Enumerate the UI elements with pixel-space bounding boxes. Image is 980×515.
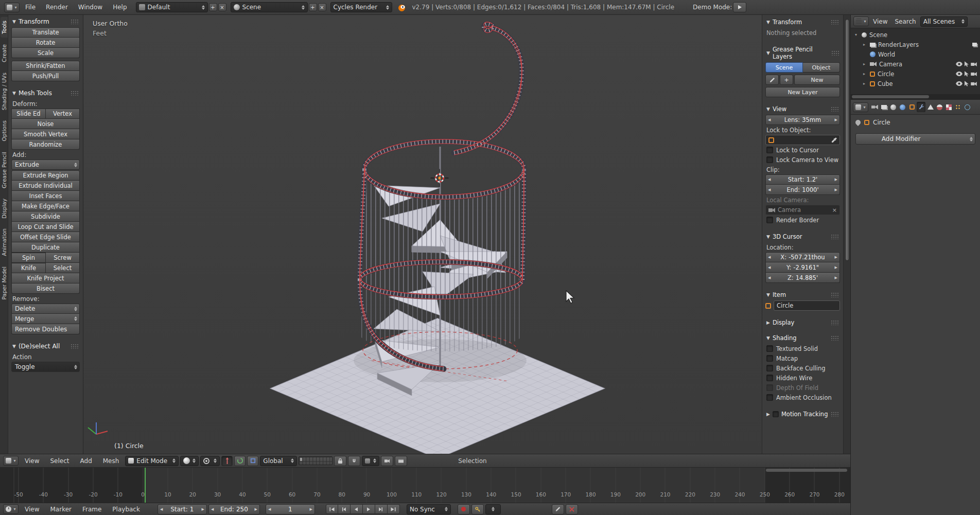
panel-drag-icon[interactable]: [831, 20, 839, 25]
panel-drag-icon[interactable]: [831, 234, 839, 239]
clip-start-field[interactable]: ◀ Start: 1.2' ▶: [765, 174, 840, 185]
menu-render[interactable]: Render: [41, 2, 73, 12]
clip-end-field[interactable]: ◀ End: 1000' ▶: [765, 185, 840, 195]
v3d-menu-select[interactable]: Select: [45, 456, 74, 466]
eyedropper-icon[interactable]: [831, 137, 837, 143]
eye-icon[interactable]: [956, 62, 962, 66]
subdivide-button[interactable]: Subdivide: [11, 211, 80, 222]
menu-help[interactable]: Help: [108, 2, 131, 12]
add-modifier-button[interactable]: Add Modifier: [855, 133, 975, 145]
randomize-button[interactable]: Randomize: [11, 139, 80, 150]
render-border-row[interactable]: Render Border: [765, 215, 840, 225]
deselect-panel-header[interactable]: ▼ (De)select All: [11, 340, 80, 352]
disclosure-icon[interactable]: ▾: [855, 32, 859, 37]
checkbox[interactable]: [766, 375, 773, 381]
frame-start-field[interactable]: ◀ Start: 1 ▶: [157, 504, 207, 514]
cursor-z-field[interactable]: ◀ Z: 14.885' ▶: [765, 273, 840, 283]
screen-layout-selector[interactable]: Default: [136, 2, 208, 12]
panel-drag-icon[interactable]: [831, 292, 839, 297]
gp-object-toggle[interactable]: Object: [803, 62, 840, 73]
outliner-menu-search[interactable]: Search: [891, 16, 919, 27]
lock-camera-row[interactable]: Lock Camera to View: [765, 155, 840, 165]
knife-select-button[interactable]: Select: [46, 263, 80, 273]
jump-next-keyframe-button[interactable]: [375, 504, 388, 514]
backface-culling-row[interactable]: Backface Culling: [765, 363, 840, 373]
local-camera-field[interactable]: Camera ×: [765, 205, 840, 215]
tl-menu-frame[interactable]: Frame: [78, 504, 106, 514]
tab-modifiers[interactable]: [917, 102, 925, 112]
delete-keyframe-button[interactable]: [566, 504, 578, 514]
lens-field[interactable]: ◀ Lens: 35mm ▶: [765, 115, 840, 125]
tab-object[interactable]: [907, 102, 916, 112]
np-motion-tracking-header[interactable]: ▶ Motion Tracking: [765, 408, 840, 420]
textured-solid-row[interactable]: Textured Solid: [765, 344, 840, 353]
delete-menu[interactable]: Delete: [11, 304, 80, 314]
outliner-menu-view[interactable]: View: [870, 16, 890, 27]
disclosure-icon[interactable]: ▸: [863, 62, 867, 66]
panel-drag-icon[interactable]: [831, 50, 839, 56]
add-layout-button[interactable]: +: [209, 3, 217, 11]
extrude-individual-button[interactable]: Extrude Individual: [11, 181, 80, 191]
scene-selector[interactable]: Scene: [231, 2, 308, 12]
n-panel-scrollbar[interactable]: [843, 15, 850, 454]
disclosure-icon[interactable]: ▸: [863, 81, 867, 86]
manipulator-rotate-button[interactable]: [234, 456, 246, 466]
checkbox[interactable]: [766, 217, 773, 223]
screw-button[interactable]: Screw: [46, 253, 80, 263]
inset-faces-button[interactable]: Inset Faces: [11, 191, 80, 201]
mode-selector[interactable]: Edit Mode: [125, 456, 179, 466]
tab-display[interactable]: Display: [1, 195, 8, 222]
tab-material[interactable]: [935, 102, 944, 112]
current-frame-field[interactable]: ◀ 1 ▶: [266, 504, 315, 514]
lock-button[interactable]: [334, 456, 346, 466]
layers-widget[interactable]: [299, 456, 332, 465]
slide-vertex-button[interactable]: Vertex: [46, 109, 80, 119]
renderlayer-icon[interactable]: [972, 43, 977, 46]
lock-object-field[interactable]: [765, 135, 840, 145]
gp-add-button[interactable]: +: [780, 75, 793, 85]
hidden-wire-row[interactable]: Hidden Wire: [765, 373, 840, 383]
panel-drag-icon[interactable]: [831, 320, 839, 325]
make-edge-face-button[interactable]: Make Edge/Face: [11, 201, 80, 211]
remove-doubles-button[interactable]: Remove Doubles: [11, 324, 80, 334]
tab-tools[interactable]: Tools: [1, 17, 8, 38]
editor-type-info-button[interactable]: ▾: [4, 3, 20, 12]
extrude-menu[interactable]: Extrude: [11, 159, 80, 170]
snap-button[interactable]: [348, 456, 360, 466]
viewport-shading-selector[interactable]: [180, 456, 199, 466]
editor-type-properties-button[interactable]: ▾: [853, 102, 868, 112]
snap-element-selector[interactable]: [362, 456, 379, 466]
duplicate-button[interactable]: Duplicate: [11, 242, 80, 253]
tab-world[interactable]: [898, 102, 907, 112]
object-name-field[interactable]: Circle: [774, 300, 840, 311]
np-item-header[interactable]: ▼Item: [765, 289, 840, 300]
timeline-scrollbar-thumb[interactable]: [766, 469, 847, 472]
viewport-3d[interactable]: User Ortho Feet (1) Circle: [83, 15, 762, 454]
record-button[interactable]: [458, 504, 470, 514]
panel-drag-icon[interactable]: [831, 335, 839, 341]
camera-render-icon[interactable]: [971, 72, 977, 76]
action-menu[interactable]: Toggle: [11, 362, 80, 372]
demo-play-button[interactable]: [733, 2, 746, 12]
manipulator-scale-button[interactable]: [247, 456, 258, 466]
scale-button[interactable]: Scale: [11, 48, 80, 58]
extrude-region-button[interactable]: Extrude Region: [11, 170, 80, 181]
tab-options[interactable]: Options: [1, 117, 8, 145]
gp-scene-toggle[interactable]: Scene: [765, 62, 803, 73]
clear-icon[interactable]: ×: [832, 207, 837, 214]
play-reverse-button[interactable]: [351, 504, 363, 514]
translate-button[interactable]: Translate: [11, 27, 80, 38]
delete-scene-button[interactable]: ×: [318, 3, 326, 11]
tl-menu-marker[interactable]: Marker: [45, 504, 76, 514]
pointer-icon[interactable]: [965, 71, 969, 77]
jump-to-end-button[interactable]: [388, 504, 400, 514]
shrink-fatten-button[interactable]: Shrink/Fatten: [11, 61, 80, 71]
insert-keyframe-button[interactable]: [552, 504, 564, 514]
editor-type-3dview-button[interactable]: ▾: [3, 456, 19, 466]
panel-drag-icon[interactable]: [831, 412, 839, 417]
delete-layout-button[interactable]: ×: [218, 3, 226, 11]
checkbox[interactable]: [766, 394, 773, 401]
gp-draw-button[interactable]: [765, 75, 779, 85]
np-3d-cursor-header[interactable]: ▼3D Cursor: [765, 230, 840, 242]
eye-icon[interactable]: [956, 72, 962, 76]
